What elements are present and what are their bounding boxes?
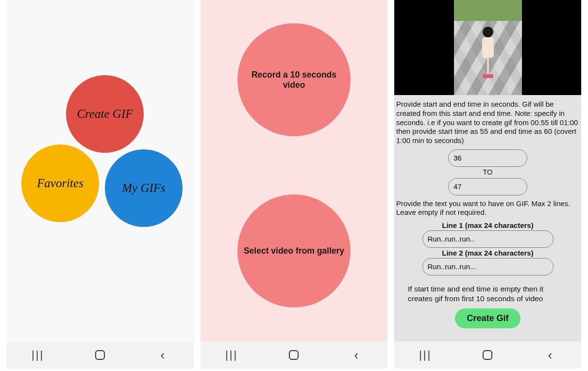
main-content: Create GIF Favorites My GIFs bbox=[7, 0, 194, 341]
end-time-input[interactable] bbox=[448, 178, 527, 195]
select-gallery-label: Select video from gallery bbox=[244, 246, 344, 256]
nav-recent-icon[interactable]: ||| bbox=[28, 345, 48, 365]
nav-recent-icon[interactable]: ||| bbox=[416, 345, 435, 365]
screen-source-select: Record a 10 seconds video Select video f… bbox=[201, 0, 387, 369]
start-time-input[interactable] bbox=[448, 149, 527, 167]
source-content: Record a 10 seconds video Select video f… bbox=[201, 0, 387, 341]
nav-home-icon[interactable] bbox=[284, 345, 303, 365]
create-gif-submit-button[interactable]: Create Gif bbox=[455, 308, 520, 328]
nav-back-icon[interactable]: ‹ bbox=[153, 345, 172, 365]
android-navbar: ||| ‹ bbox=[201, 341, 387, 369]
line2-input[interactable] bbox=[422, 258, 554, 275]
screen-gif-config: Provide start and end time in seconds. G… bbox=[394, 0, 581, 369]
line1-input[interactable] bbox=[422, 230, 554, 248]
my-gifs-label: My GIFs bbox=[122, 181, 166, 195]
empty-hint: If start time and end time is empty then… bbox=[408, 284, 570, 304]
record-video-button[interactable]: Record a 10 seconds video bbox=[237, 23, 351, 136]
nav-back-icon[interactable]: ‹ bbox=[540, 345, 560, 365]
line1-label: Line 1 (max 24 characters) bbox=[396, 221, 579, 230]
create-gif-button[interactable]: Create GIF bbox=[66, 75, 144, 153]
nav-recent-icon[interactable]: ||| bbox=[222, 345, 241, 365]
text-instruction: Provide the text you want to have on GIF… bbox=[396, 199, 579, 218]
time-instruction: Provide start and end time in seconds. G… bbox=[396, 100, 579, 145]
android-navbar: ||| ‹ bbox=[7, 341, 194, 369]
android-navbar: ||| ‹ bbox=[394, 341, 581, 369]
to-label: TO bbox=[396, 168, 579, 177]
video-preview[interactable] bbox=[394, 0, 581, 95]
nav-home-icon[interactable] bbox=[478, 345, 497, 365]
line2-label: Line 2 (max 24 characters) bbox=[396, 249, 579, 258]
config-form: Provide start and end time in seconds. G… bbox=[394, 95, 581, 328]
nav-home-icon[interactable] bbox=[90, 345, 110, 365]
record-video-label: Record a 10 seconds video bbox=[240, 70, 348, 90]
nav-back-icon[interactable]: ‹ bbox=[347, 345, 366, 365]
video-thumbnail bbox=[454, 0, 522, 95]
favorites-label: Favorites bbox=[37, 177, 84, 190]
favorites-button[interactable]: Favorites bbox=[21, 145, 99, 222]
config-content: Provide start and end time in seconds. G… bbox=[394, 0, 581, 341]
select-gallery-button[interactable]: Select video from gallery bbox=[237, 194, 351, 307]
create-gif-label: Create GIF bbox=[77, 107, 133, 121]
screen-main-menu: Create GIF Favorites My GIFs ||| ‹ bbox=[7, 0, 194, 369]
my-gifs-button[interactable]: My GIFs bbox=[105, 149, 183, 227]
